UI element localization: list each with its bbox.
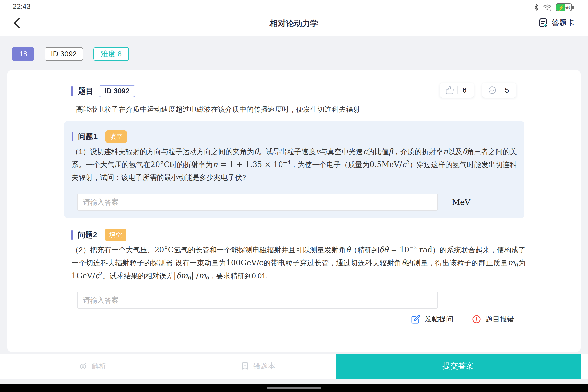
question-number-badge: 18 — [12, 47, 34, 61]
question-actions: 发帖提问 题目报错 — [411, 314, 514, 324]
section-title: 题目 — [78, 86, 93, 96]
problem2-answer-input[interactable] — [77, 292, 438, 309]
problem1-answer-row: MeV — [77, 194, 470, 211]
system-gesture-bar — [0, 384, 588, 392]
status-time: 22:43 — [13, 2, 30, 10]
thumbs-up-icon — [442, 86, 458, 94]
problem2-body: （2）把充有一个大气压、20°C氢气的长管和一个能探测电磁辐射并且可以测量发射角… — [72, 243, 526, 282]
battery-level: 56 — [564, 5, 570, 10]
section-accent-bar — [71, 230, 73, 240]
problem1-unit-label: MeV — [452, 198, 470, 207]
question-header: 题目 ID 3092 — [71, 85, 136, 97]
top-bar: 22:43 ⚡ 56 — [0, 0, 588, 36]
like-button[interactable]: 6 — [440, 82, 474, 98]
analysis-label: 解析 — [92, 361, 106, 371]
section-accent-bar — [72, 132, 73, 141]
like-count: 6 — [458, 86, 472, 94]
post-question-button[interactable]: 发帖提问 — [411, 314, 453, 324]
problem2-answer-row — [77, 292, 438, 309]
problem1-type-badge: 填空 — [105, 130, 127, 143]
question-intro: 高能带电粒子在介质中运动速度超过电磁波在该介质中的传播速度时，便发生切连科夫辐射 — [76, 104, 527, 115]
alert-circle-icon — [472, 314, 481, 324]
magnifier-icon — [79, 362, 88, 370]
smile-count: 5 — [500, 86, 514, 94]
home-indicator[interactable] — [267, 386, 321, 389]
status-icons: ⚡ 56 — [533, 4, 574, 11]
section-accent-bar — [71, 86, 73, 96]
wrong-book-button[interactable]: 错题本 — [240, 354, 276, 378]
badge-row: 18 ID 3092 难度 8 — [12, 47, 129, 61]
card-id-badge: ID 3092 — [99, 85, 136, 97]
analysis-button[interactable]: 解析 — [79, 354, 106, 378]
bluetooth-icon — [533, 4, 539, 11]
answer-card-icon — [538, 18, 548, 28]
submit-answer-button[interactable]: 提交答案 — [336, 354, 581, 378]
problem1-answer-input[interactable] — [77, 194, 438, 211]
problem2-label: 问题2 — [78, 230, 97, 240]
difficulty-badge: 难度 8 — [93, 47, 129, 61]
smiley-icon — [484, 86, 500, 94]
question-id-badge: ID 3092 — [44, 47, 83, 61]
wrong-book-label: 错题本 — [253, 361, 276, 371]
page-title: 相对论动力学 — [0, 18, 588, 29]
answer-card-button[interactable]: 答题卡 — [538, 18, 574, 28]
answer-card-label: 答题卡 — [552, 18, 574, 28]
smile-button[interactable]: 5 — [482, 82, 516, 98]
problem1-label: 问题1 — [78, 132, 98, 142]
battery-icon: ⚡ 56 — [556, 4, 574, 11]
feedback-pills: 6 5 — [440, 82, 516, 98]
question-card: 题目 ID 3092 6 5 高能带电粒子在介质中运动速度超过电磁波在该介质中的… — [7, 70, 581, 352]
problem2-type-badge: 填空 — [105, 228, 126, 241]
problem1-body: （1）设切连科夫辐射的方向与粒子运动方向之间的夹角为θ。试导出粒子速度v与真空中… — [72, 145, 517, 184]
bottom-bar: 解析 错题本 提交答案 — [0, 354, 588, 378]
report-error-label: 题目报错 — [486, 314, 514, 324]
problem1-header: 问题1 填空 — [72, 130, 127, 143]
problem1-panel: 问题1 填空 （1）设切连科夫辐射的方向与粒子运动方向之间的夹角为θ。试导出粒子… — [64, 121, 524, 218]
wifi-icon — [543, 4, 552, 11]
edit-pen-icon — [411, 314, 420, 324]
report-error-button[interactable]: 题目报错 — [472, 314, 514, 324]
screen: 22:43 ⚡ 56 — [0, 0, 588, 392]
post-question-label: 发帖提问 — [425, 314, 453, 324]
bookmark-plus-icon — [240, 362, 250, 370]
problem2-header: 问题2 填空 — [71, 228, 126, 241]
